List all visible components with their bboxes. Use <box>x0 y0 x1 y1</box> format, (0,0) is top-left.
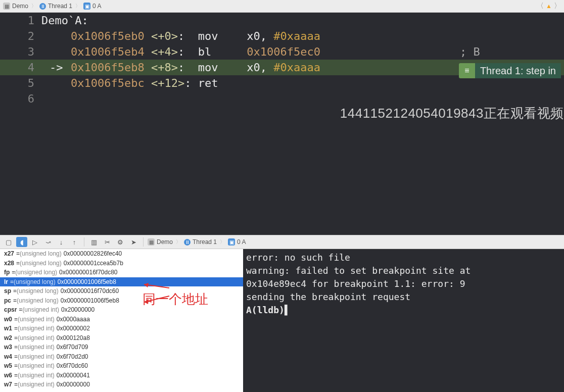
register-type: (unsigned int) <box>18 316 55 323</box>
console-line: warning: failed to set breakpoint site a… <box>246 264 561 277</box>
code-line: 3 0x1006f5eb4 <+4> : bl 0x1006f5ec0 ; B <box>0 44 564 60</box>
addr: 0x1006f5eb4 <box>71 45 145 58</box>
register-row[interactable]: fp = (unsigned long)0x000000016f70dc80 <box>0 268 243 277</box>
operand: 0x1006f5ec0 <box>247 45 320 58</box>
register-type: (unsigned int) <box>18 372 55 379</box>
register-value: 0x000000016f70dc60 <box>61 287 119 295</box>
debug-view-button[interactable]: ▥ <box>88 237 100 247</box>
lldb-console[interactable]: error: no such file warning: failed to s… <box>243 249 564 392</box>
operand: #0xaaaa <box>273 61 320 74</box>
register-name: w7 <box>4 381 12 388</box>
register-row[interactable]: w2 = (unsigned int)0x000120a8 <box>0 333 243 343</box>
register-value: 0x00000041 <box>57 372 90 379</box>
register-value: 0x6f70dc60 <box>57 362 88 369</box>
register-name: x27 <box>4 250 14 257</box>
chevron-icon: 〉 <box>30 3 37 10</box>
opcode: ret <box>198 77 218 89</box>
register-value: 0x00000002826fec40 <box>64 250 122 257</box>
register-row[interactable]: w6 = (unsigned int)0x00000041 <box>0 371 243 380</box>
code-line: 2 0x1006f5eb0 <+0> : mov x0, #0xaaaa <box>0 28 564 44</box>
operand: x0, <box>247 30 267 42</box>
stackframe-icon: ▣ <box>83 3 90 10</box>
register-name: w5 <box>4 362 12 369</box>
code-editor[interactable]: 1 Demo`A: 2 0x1006f5eb0 <+0> : mov x0, #… <box>0 13 564 235</box>
step-over-button[interactable]: ⤻ <box>42 237 54 247</box>
comment: ; B <box>460 45 480 58</box>
hamburger-icon[interactable]: ≡ <box>459 63 475 78</box>
addr: 0x1006f5ebc <box>71 77 145 89</box>
warning-icon[interactable]: ▲ <box>546 3 552 10</box>
register-value: 0x00000000 <box>57 381 90 388</box>
register-name: w2 <box>4 334 12 341</box>
dbg-breadcrumb-thread[interactable]: Thread 1 <box>193 238 217 246</box>
register-type: (unsigned int) <box>18 344 55 351</box>
register-name: x28 <box>4 260 14 267</box>
register-name: fp <box>4 269 10 276</box>
variables-panel[interactable]: x27 = (unsigned long)0x00000002826fec40x… <box>0 249 243 392</box>
code-line: 1 Demo`A: <box>0 13 564 28</box>
offset: <+12> <box>151 77 184 89</box>
debug-breadcrumb: ▦ Demo 〉 ⏸ Thread 1 〉 ▣ 0 A <box>148 238 246 246</box>
bottom-panels: x27 = (unsigned long)0x00000002826fec40x… <box>0 249 564 392</box>
override-button[interactable]: ⚙ <box>115 237 126 247</box>
register-name: sp <box>4 287 11 295</box>
addr: 0x1006f5eb8 <box>71 61 145 74</box>
register-name: w1 <box>4 325 12 332</box>
dbg-breadcrumb-frame[interactable]: 0 A <box>237 238 246 246</box>
demo-icon: ▦ <box>148 238 155 246</box>
register-type: (unsigned int) <box>22 306 59 313</box>
breadcrumb: ▦ Demo 〉 ⏸ Thread 1 〉 ▣ 0 A <box>3 3 101 10</box>
line-number: 3 <box>0 45 41 58</box>
console-prompt: A(lldb)▌ <box>246 304 561 317</box>
thread-icon: ⏸ <box>184 239 191 246</box>
register-row[interactable]: x28 = (unsigned long)0x00000001ccea5b7b <box>0 259 243 268</box>
back-icon[interactable]: 〈 <box>537 2 544 11</box>
breadcrumb-frame[interactable]: 0 A <box>92 3 101 10</box>
step-in-button[interactable]: ↓ <box>56 237 67 247</box>
register-type: (unsigned int) <box>18 381 55 388</box>
code-text: Demo`A: <box>41 14 88 27</box>
register-name: w0 <box>4 316 12 323</box>
register-name: w6 <box>4 372 12 379</box>
register-row[interactable]: w0 = (unsigned int)0x0000aaaa <box>0 315 243 324</box>
memory-graph-button[interactable]: ✂ <box>102 237 113 247</box>
location-button[interactable]: ➤ <box>128 237 139 247</box>
breadcrumb-demo[interactable]: Demo <box>12 3 28 10</box>
register-type: (unsigned long) <box>15 269 57 276</box>
forward-icon[interactable]: 〉 <box>554 2 561 11</box>
chevron-icon: 〉 <box>74 3 81 10</box>
operand: x0, <box>247 61 267 74</box>
register-row[interactable]: lr = (unsigned long)0x00000001006f5eb8 <box>0 277 243 287</box>
register-row[interactable]: x27 = (unsigned long)0x00000002826fec40 <box>0 249 243 259</box>
continue-button[interactable]: ▷ <box>29 237 40 247</box>
breadcrumb-thread[interactable]: Thread 1 <box>48 3 72 10</box>
pc-arrow: -> <box>50 61 71 74</box>
register-row[interactable]: w1 = (unsigned int)0x00000002 <box>0 324 243 333</box>
top-breadcrumb-bar: ▦ Demo 〉 ⏸ Thread 1 〉 ▣ 0 A 〈 ▲ 〉 <box>0 0 564 13</box>
register-type: (unsigned int) <box>18 325 55 332</box>
thread-status-pill[interactable]: ≡ Thread 1: step in <box>459 63 561 78</box>
register-row[interactable]: w3 = (unsigned int)0x6f70d709 <box>0 342 243 352</box>
breakpoints-button[interactable]: ◖ <box>16 237 27 247</box>
register-type: (unsigned int) <box>18 334 55 341</box>
register-type: (unsigned int) <box>18 353 55 360</box>
register-value: 0x000000016f70dc80 <box>59 269 117 276</box>
line-number: 6 <box>0 92 41 105</box>
demo-icon: ▦ <box>3 3 10 10</box>
register-value: 0x00000001ccea5b7b <box>64 260 123 267</box>
register-name: pc <box>4 297 11 304</box>
register-row[interactable]: w7 = (unsigned int)0x00000000 <box>0 380 243 389</box>
console-line: 0x104e89ec4 for breakpoint 1.1: error: 9 <box>246 277 561 290</box>
register-type: (unsigned long) <box>17 287 59 295</box>
register-name: lr <box>4 278 8 285</box>
register-name: w3 <box>4 344 12 351</box>
line-number: 2 <box>0 30 41 42</box>
register-value: 0x6f70d2d0 <box>57 353 88 360</box>
register-row[interactable]: w5 = (unsigned int)0x6f70dc60 <box>0 361 243 371</box>
step-out-button[interactable]: ↑ <box>69 237 80 247</box>
thread-status-text: Thread 1: step in <box>475 63 561 78</box>
register-type: (unsigned long) <box>17 297 59 304</box>
register-row[interactable]: w4 = (unsigned int)0x6f70d2d0 <box>0 352 243 362</box>
hide-debugger-button[interactable]: ▢ <box>3 237 14 247</box>
dbg-breadcrumb-demo[interactable]: Demo <box>157 238 173 246</box>
